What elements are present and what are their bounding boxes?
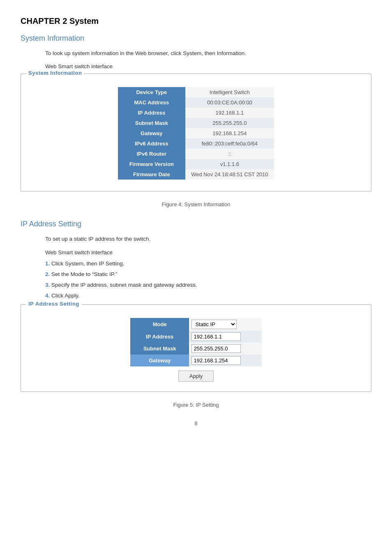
sys-info-value: 00:03:CE:0A:00:00 bbox=[185, 97, 274, 108]
figure4-caption: Figure 4: System Information bbox=[21, 201, 371, 207]
mode-select[interactable]: Static IP bbox=[191, 320, 237, 329]
ip-setting-label: Mode bbox=[130, 318, 189, 331]
sys-info-value: 255.255.255.0 bbox=[185, 118, 274, 128]
table-row: Gateway192.168.1.254 bbox=[118, 128, 274, 138]
step-text: Click Apply. bbox=[51, 292, 80, 299]
table-row: Device TypeIntelligent Switch bbox=[118, 87, 274, 97]
system-info-interface-label: Web Smart switch interface bbox=[45, 63, 371, 69]
sys-info-value: Intelligent Switch bbox=[185, 87, 274, 97]
ip-address-panel: IP Address Setting ModeStatic IPIP Addre… bbox=[21, 304, 371, 392]
table-row: Firmware DateWed Nov 24 18:48:51 CST 201… bbox=[118, 169, 274, 180]
system-info-panel-title: System Information bbox=[26, 70, 84, 76]
ip-setting-label: Subnet Mask bbox=[130, 343, 189, 355]
ip-address-input[interactable] bbox=[191, 332, 241, 341]
ip-address-panel-title: IP Address Setting bbox=[26, 301, 82, 307]
ip-setting-label: Gateway bbox=[130, 355, 189, 366]
system-info-heading: System Information bbox=[21, 34, 371, 43]
sys-info-value: fe80::203:ceff:fe0a:0/64 bbox=[185, 138, 274, 149]
sys-info-label: MAC Address bbox=[118, 97, 185, 108]
sys-info-label: Subnet Mask bbox=[118, 118, 185, 128]
table-row: IPv6 Addressfe80::203:ceff:fe0a:0/64 bbox=[118, 138, 274, 149]
step-number: 4. bbox=[45, 292, 51, 299]
step-number: 3. bbox=[45, 282, 51, 288]
table-row: Firmware Versionv1.1.1.6 bbox=[118, 159, 274, 169]
sys-info-label: Firmware Version bbox=[118, 159, 185, 169]
table-row: ModeStatic IP bbox=[130, 318, 262, 331]
subnet-mask-input[interactable] bbox=[191, 344, 241, 353]
ip-address-heading: IP Address Setting bbox=[21, 220, 371, 228]
system-info-panel: System Information Device TypeIntelligen… bbox=[21, 74, 371, 191]
sys-info-label: Gateway bbox=[118, 128, 185, 138]
system-info-table: Device TypeIntelligent SwitchMAC Address… bbox=[118, 87, 274, 180]
sys-info-value: 192.168.1.254 bbox=[185, 128, 274, 138]
step-item: 3. Specify the IP address, subnet mask a… bbox=[45, 281, 371, 289]
table-row: MAC Address00:03:CE:0A:00:00 bbox=[118, 97, 274, 108]
sys-info-value: :: bbox=[185, 149, 274, 159]
ip-setting-table: ModeStatic IPIP AddressSubnet MaskGatewa… bbox=[130, 318, 262, 366]
sys-info-value: Wed Nov 24 18:48:51 CST 2010 bbox=[185, 169, 274, 180]
step-text: Set the Mode to “Static IP.” bbox=[51, 271, 117, 277]
table-row: IP Address bbox=[130, 331, 262, 343]
table-row: IP Address192.168.1.1 bbox=[118, 108, 274, 118]
sys-info-label: Firmware Date bbox=[118, 169, 185, 180]
page-number: 8 bbox=[21, 420, 371, 426]
sys-info-value: v1.1.1.6 bbox=[185, 159, 274, 169]
system-info-description: To look up system information in the Web… bbox=[45, 49, 371, 58]
sys-info-label: Device Type bbox=[118, 87, 185, 97]
table-row: Subnet Mask bbox=[130, 343, 262, 355]
sys-info-label: IPv6 Address bbox=[118, 138, 185, 149]
step-text: Click System, then IP Setting. bbox=[51, 260, 125, 267]
gateway-input[interactable] bbox=[191, 356, 241, 365]
ip-setting-label: IP Address bbox=[130, 331, 189, 343]
step-text: Specify the IP address, subnet mask and … bbox=[51, 282, 197, 288]
step-item: 1. Click System, then IP Setting. bbox=[45, 260, 371, 268]
step-number: 2. bbox=[45, 271, 51, 277]
ip-address-interface-label: Web Smart switch interface bbox=[45, 249, 371, 256]
sys-info-label: IP Address bbox=[118, 108, 185, 118]
figure5-caption: Figure 5: IP Setting bbox=[21, 402, 371, 408]
ip-address-steps: 1. Click System, then IP Setting.2. Set … bbox=[45, 260, 371, 300]
chapter-title: CHAPTER 2 System bbox=[21, 16, 371, 26]
ip-address-description: To set up a static IP address for the sw… bbox=[45, 235, 371, 243]
step-item: 2. Set the Mode to “Static IP.” bbox=[45, 270, 371, 279]
sys-info-label: IPv6 Router bbox=[118, 149, 185, 159]
table-row: Subnet Mask255.255.255.0 bbox=[118, 118, 274, 128]
step-number: 1. bbox=[45, 260, 51, 267]
step-item: 4. Click Apply. bbox=[45, 292, 371, 300]
apply-button[interactable]: Apply bbox=[178, 371, 214, 382]
table-row: Gateway bbox=[130, 355, 262, 366]
sys-info-value: 192.168.1.1 bbox=[185, 108, 274, 118]
table-row: IPv6 Router:: bbox=[118, 149, 274, 159]
